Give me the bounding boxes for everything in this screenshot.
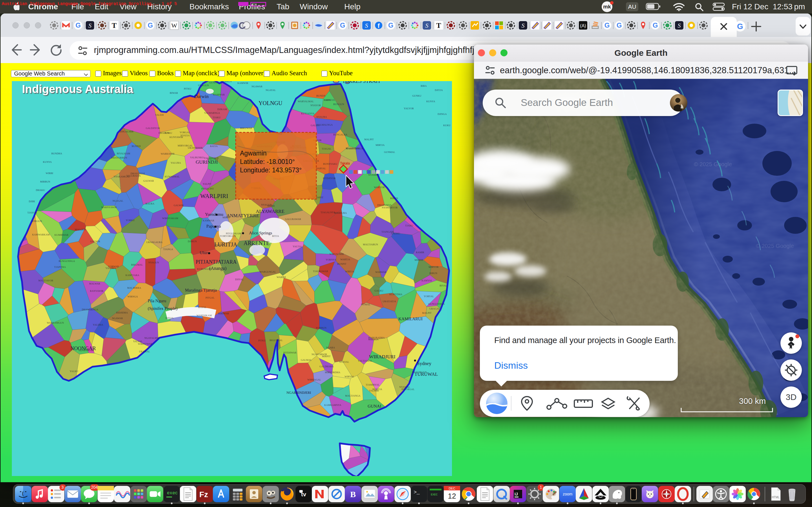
svg-text:DJINGA: DJINGA	[438, 113, 447, 115]
svg-text:Darwin: Darwin	[194, 94, 209, 99]
svg-text:PITGAL: PITGAL	[206, 296, 214, 299]
svg-text:KUKU: KUKU	[443, 124, 451, 127]
svg-text:EXEC: EXEC	[431, 493, 438, 496]
svg-text:WARGUNGAL: WARGUNGAL	[260, 270, 276, 273]
svg-text:MIRTJA: MIRTJA	[375, 144, 385, 147]
svg-text:YORYORGUN: YORYORGUN	[220, 235, 236, 237]
svg-text:YORNYA: YORNYA	[326, 258, 336, 261]
svg-text:S: S	[425, 22, 428, 29]
svg-text:YALPIT: YALPIT	[203, 182, 212, 185]
svg-text:WIRBI: WIRBI	[46, 172, 53, 175]
svg-text:YALDJI: YALDJI	[155, 114, 164, 116]
svg-text:YALTJAMAL: YALTJAMAL	[358, 359, 372, 362]
svg-text:TJAKU: TJAKU	[405, 224, 413, 227]
svg-text:GALKU: GALKU	[374, 289, 384, 292]
svg-text:S: S	[89, 22, 92, 29]
svg-text:GUNKU: GUNKU	[412, 94, 421, 97]
svg-text:RATJA: RATJA	[210, 145, 218, 148]
svg-text:MALTJAYOR: MALTJAYOR	[38, 279, 53, 282]
svg-text:BUNGUN: BUNGUN	[333, 103, 344, 106]
svg-text:f: f	[377, 22, 380, 29]
svg-text:PITDJIYOR: PITDJIYOR	[323, 177, 336, 180]
svg-text:MIRBUN: MIRBUN	[40, 180, 50, 183]
svg-text:BUNGALRA: BUNGALRA	[333, 133, 348, 136]
svg-text:DHAKU: DHAKU	[36, 189, 45, 191]
svg-text:MALTJANGA: MALTJANGA	[345, 394, 361, 397]
svg-text:S: S	[522, 22, 525, 29]
svg-text:MALRAGAL: MALRAGAL	[346, 147, 360, 150]
svg-text:WIRNGA: WIRNGA	[128, 295, 138, 298]
svg-text:NYAURA: NYAURA	[316, 115, 327, 118]
svg-text:KAMILARUI: KAMILARUI	[398, 317, 423, 321]
svg-text:G: G	[737, 22, 743, 31]
svg-text:BUNDHA: BUNDHA	[51, 152, 62, 155]
svg-text:TJAURAWAR: TJAURAWAR	[313, 270, 328, 273]
svg-text:DJIKAM: DJIKAM	[217, 108, 227, 111]
svg-text:WIRNYAKAM: WIRNYAKAM	[162, 217, 178, 220]
svg-text:exec: exec	[167, 491, 177, 496]
svg-text:KUTJANYA: KUTJANYA	[301, 112, 315, 115]
svg-text:ALYAWARRE: ALYAWARRE	[256, 209, 285, 214]
svg-text:G: G	[75, 21, 81, 29]
svg-text:MIRYORDHA: MIRYORDHA	[325, 371, 341, 374]
svg-text:BIKUMAL: BIKUMAL	[131, 263, 143, 266]
svg-text:GALURAWAR: GALURAWAR	[285, 218, 301, 221]
svg-text:KAMKAMNYA: KAMKAMNYA	[324, 404, 342, 406]
svg-text:MIRDJI: MIRDJI	[414, 259, 423, 262]
svg-text:Latitude: -18.0010°: Latitude: -18.0010°	[240, 158, 295, 165]
svg-text:GALDJIYOR: GALDJIYOR	[146, 127, 160, 129]
svg-text:BIYALKAM: BIYALKAM	[117, 152, 130, 155]
svg-text:BUNTJA: BUNTJA	[372, 388, 382, 391]
svg-text:PITKU: PITKU	[184, 87, 192, 90]
svg-text:G: G	[605, 21, 610, 29]
svg-text:KUWARMAL: KUWARMAL	[165, 175, 180, 178]
svg-text:RAYAL: RAYAL	[198, 306, 206, 309]
svg-text:KUNYAWIR: KUNYAWIR	[169, 136, 183, 138]
svg-text:MALGUN: MALGUN	[75, 228, 86, 231]
svg-text:BIKUWAR: BIKUWAR	[240, 127, 252, 129]
svg-text:12: 12	[448, 492, 456, 500]
svg-text:(Spinifex People): (Spinifex People)	[148, 306, 177, 311]
svg-text:Sydney: Sydney	[417, 361, 432, 366]
svg-text:© 2025 Google: © 2025 Google	[756, 243, 794, 249]
svg-text:URAGAL: URAGAL	[429, 307, 440, 310]
svg-text:NYAYOR: NYAYOR	[310, 104, 321, 107]
svg-text:TJAPITRA: TJAPITRA	[54, 266, 66, 269]
svg-text:WARLPIRI: WARLPIRI	[200, 193, 228, 200]
svg-text:YOLNGU: YOLNGU	[259, 100, 283, 106]
svg-text:BUNPIT: BUNPIT	[337, 263, 347, 265]
svg-text:BIWAR: BIWAR	[170, 92, 178, 94]
svg-text:BUNNYAKU: BUNNYAKU	[323, 163, 338, 165]
svg-text:GALWAR: GALWAR	[143, 179, 154, 182]
svg-text:MIRYOR: MIRYOR	[428, 266, 439, 269]
svg-text:NYAGUN: NYAGUN	[261, 203, 272, 206]
svg-text:S: S	[365, 22, 368, 29]
svg-text:LURITJA: LURITJA	[214, 241, 238, 247]
svg-text:YORWAR: YORWAR	[108, 265, 119, 268]
svg-text:DJIYAL: DJIYAL	[235, 278, 244, 281]
svg-text:G: G	[148, 21, 153, 29]
svg-text:MALTJABUN: MALTJABUN	[363, 243, 378, 246]
svg-text:WARYALMAL: WARYALMAL	[298, 100, 314, 103]
svg-text:WIRRAGAL: WIRRAGAL	[307, 378, 321, 381]
svg-text:NYAMIR: NYAMIR	[368, 173, 378, 176]
svg-text:YALURA: YALURA	[170, 161, 181, 164]
svg-text:BUNGUNNGA: BUNGUNNGA	[59, 260, 75, 263]
svg-text:NGAWAR: NGAWAR	[252, 85, 262, 88]
svg-text:TJAKU: TJAKU	[213, 116, 221, 119]
svg-text:TURUWAL: TURUWAL	[414, 372, 438, 377]
svg-text:YALDHA: YALDHA	[93, 323, 103, 326]
svg-text:TJANGABI: TJANGABI	[382, 230, 394, 233]
svg-text:WARYOR: WARYOR	[374, 186, 385, 189]
svg-text:YALBUNKU: YALBUNKU	[190, 156, 204, 159]
svg-text:NYAGUN: NYAGUN	[148, 261, 159, 264]
svg-text:G: G	[388, 21, 394, 29]
svg-text:T: T	[112, 21, 116, 30]
svg-text:KUNYA: KUNYA	[43, 161, 52, 163]
svg-text:DJIBUN: DJIBUN	[188, 240, 197, 243]
svg-text:G: G	[340, 21, 345, 29]
svg-text:WARKAMGUN: WARKAMGUN	[47, 321, 64, 324]
svg-text:TJAGALNYA: TJAGALNYA	[320, 211, 336, 214]
svg-text:YALYAL: YALYAL	[133, 340, 143, 343]
svg-text:MIRYORGAL: MIRYORGAL	[177, 144, 193, 147]
